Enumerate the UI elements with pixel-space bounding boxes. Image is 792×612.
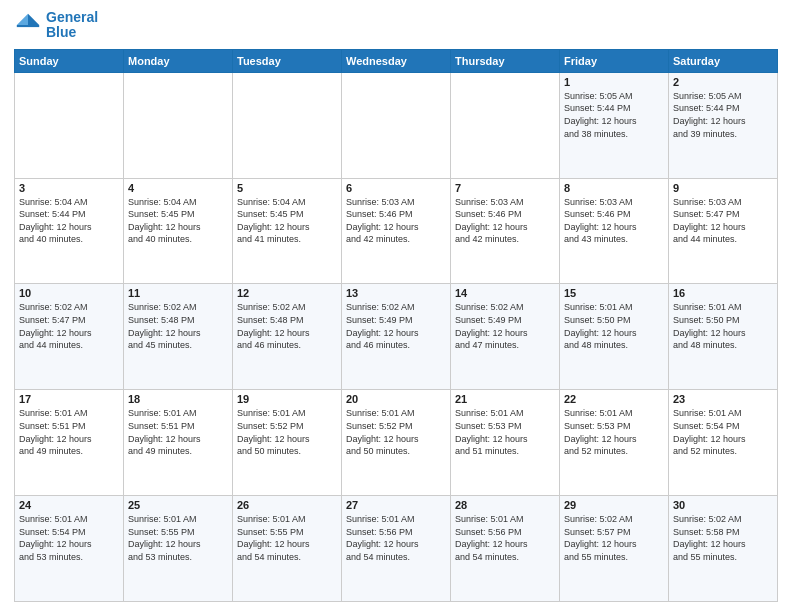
day-cell: 19Sunrise: 5:01 AMSunset: 5:52 PMDayligh… — [233, 390, 342, 496]
day-number: 19 — [237, 393, 337, 405]
day-number: 10 — [19, 287, 119, 299]
calendar-table: SundayMondayTuesdayWednesdayThursdayFrid… — [14, 49, 778, 602]
calendar-header-row: SundayMondayTuesdayWednesdayThursdayFrid… — [15, 49, 778, 72]
day-info: Sunrise: 5:01 AMSunset: 5:55 PMDaylight:… — [128, 513, 228, 563]
day-info: Sunrise: 5:02 AMSunset: 5:47 PMDaylight:… — [19, 301, 119, 351]
day-cell: 23Sunrise: 5:01 AMSunset: 5:54 PMDayligh… — [669, 390, 778, 496]
day-number: 13 — [346, 287, 446, 299]
day-cell: 11Sunrise: 5:02 AMSunset: 5:48 PMDayligh… — [124, 284, 233, 390]
week-row-4: 17Sunrise: 5:01 AMSunset: 5:51 PMDayligh… — [15, 390, 778, 496]
week-row-3: 10Sunrise: 5:02 AMSunset: 5:47 PMDayligh… — [15, 284, 778, 390]
day-number: 22 — [564, 393, 664, 405]
day-number: 16 — [673, 287, 773, 299]
day-cell — [342, 72, 451, 178]
day-number: 17 — [19, 393, 119, 405]
header: General Blue — [14, 10, 778, 41]
day-cell: 7Sunrise: 5:03 AMSunset: 5:46 PMDaylight… — [451, 178, 560, 284]
day-info: Sunrise: 5:01 AMSunset: 5:54 PMDaylight:… — [673, 407, 773, 457]
day-cell: 30Sunrise: 5:02 AMSunset: 5:58 PMDayligh… — [669, 496, 778, 602]
day-cell: 8Sunrise: 5:03 AMSunset: 5:46 PMDaylight… — [560, 178, 669, 284]
day-info: Sunrise: 5:03 AMSunset: 5:46 PMDaylight:… — [455, 196, 555, 246]
day-number: 8 — [564, 182, 664, 194]
day-cell — [15, 72, 124, 178]
day-info: Sunrise: 5:04 AMSunset: 5:45 PMDaylight:… — [128, 196, 228, 246]
col-header-wednesday: Wednesday — [342, 49, 451, 72]
day-number: 12 — [237, 287, 337, 299]
day-number: 4 — [128, 182, 228, 194]
week-row-2: 3Sunrise: 5:04 AMSunset: 5:44 PMDaylight… — [15, 178, 778, 284]
day-info: Sunrise: 5:01 AMSunset: 5:52 PMDaylight:… — [346, 407, 446, 457]
logo: General Blue — [14, 10, 98, 41]
logo-text: General Blue — [46, 10, 98, 41]
day-number: 29 — [564, 499, 664, 511]
day-number: 15 — [564, 287, 664, 299]
page: General Blue SundayMondayTuesdayWednesda… — [0, 0, 792, 612]
day-info: Sunrise: 5:02 AMSunset: 5:49 PMDaylight:… — [346, 301, 446, 351]
day-number: 3 — [19, 182, 119, 194]
day-number: 11 — [128, 287, 228, 299]
day-cell: 24Sunrise: 5:01 AMSunset: 5:54 PMDayligh… — [15, 496, 124, 602]
day-info: Sunrise: 5:01 AMSunset: 5:53 PMDaylight:… — [455, 407, 555, 457]
day-cell: 22Sunrise: 5:01 AMSunset: 5:53 PMDayligh… — [560, 390, 669, 496]
logo-icon — [14, 11, 42, 39]
col-header-monday: Monday — [124, 49, 233, 72]
day-cell: 27Sunrise: 5:01 AMSunset: 5:56 PMDayligh… — [342, 496, 451, 602]
day-cell — [124, 72, 233, 178]
day-info: Sunrise: 5:03 AMSunset: 5:47 PMDaylight:… — [673, 196, 773, 246]
day-cell: 1Sunrise: 5:05 AMSunset: 5:44 PMDaylight… — [560, 72, 669, 178]
day-number: 23 — [673, 393, 773, 405]
day-cell: 5Sunrise: 5:04 AMSunset: 5:45 PMDaylight… — [233, 178, 342, 284]
day-info: Sunrise: 5:01 AMSunset: 5:56 PMDaylight:… — [346, 513, 446, 563]
col-header-saturday: Saturday — [669, 49, 778, 72]
day-cell — [233, 72, 342, 178]
day-cell: 20Sunrise: 5:01 AMSunset: 5:52 PMDayligh… — [342, 390, 451, 496]
day-number: 26 — [237, 499, 337, 511]
day-number: 2 — [673, 76, 773, 88]
day-number: 20 — [346, 393, 446, 405]
day-cell: 29Sunrise: 5:02 AMSunset: 5:57 PMDayligh… — [560, 496, 669, 602]
day-info: Sunrise: 5:04 AMSunset: 5:44 PMDaylight:… — [19, 196, 119, 246]
week-row-1: 1Sunrise: 5:05 AMSunset: 5:44 PMDaylight… — [15, 72, 778, 178]
day-info: Sunrise: 5:03 AMSunset: 5:46 PMDaylight:… — [346, 196, 446, 246]
day-info: Sunrise: 5:01 AMSunset: 5:51 PMDaylight:… — [128, 407, 228, 457]
day-cell — [451, 72, 560, 178]
day-info: Sunrise: 5:02 AMSunset: 5:48 PMDaylight:… — [237, 301, 337, 351]
svg-marker-0 — [28, 14, 39, 25]
day-number: 28 — [455, 499, 555, 511]
day-info: Sunrise: 5:05 AMSunset: 5:44 PMDaylight:… — [564, 90, 664, 140]
day-cell: 9Sunrise: 5:03 AMSunset: 5:47 PMDaylight… — [669, 178, 778, 284]
day-info: Sunrise: 5:01 AMSunset: 5:53 PMDaylight:… — [564, 407, 664, 457]
day-number: 18 — [128, 393, 228, 405]
day-number: 27 — [346, 499, 446, 511]
logo-blue: Blue — [46, 25, 98, 40]
day-number: 1 — [564, 76, 664, 88]
day-info: Sunrise: 5:03 AMSunset: 5:46 PMDaylight:… — [564, 196, 664, 246]
day-info: Sunrise: 5:02 AMSunset: 5:48 PMDaylight:… — [128, 301, 228, 351]
day-number: 14 — [455, 287, 555, 299]
day-number: 5 — [237, 182, 337, 194]
day-info: Sunrise: 5:01 AMSunset: 5:56 PMDaylight:… — [455, 513, 555, 563]
day-info: Sunrise: 5:04 AMSunset: 5:45 PMDaylight:… — [237, 196, 337, 246]
day-info: Sunrise: 5:01 AMSunset: 5:50 PMDaylight:… — [673, 301, 773, 351]
day-info: Sunrise: 5:01 AMSunset: 5:50 PMDaylight:… — [564, 301, 664, 351]
day-number: 9 — [673, 182, 773, 194]
svg-marker-1 — [17, 14, 28, 25]
week-row-5: 24Sunrise: 5:01 AMSunset: 5:54 PMDayligh… — [15, 496, 778, 602]
day-info: Sunrise: 5:01 AMSunset: 5:51 PMDaylight:… — [19, 407, 119, 457]
day-cell: 25Sunrise: 5:01 AMSunset: 5:55 PMDayligh… — [124, 496, 233, 602]
svg-rect-2 — [17, 25, 39, 27]
day-cell: 2Sunrise: 5:05 AMSunset: 5:44 PMDaylight… — [669, 72, 778, 178]
day-cell: 21Sunrise: 5:01 AMSunset: 5:53 PMDayligh… — [451, 390, 560, 496]
day-info: Sunrise: 5:02 AMSunset: 5:49 PMDaylight:… — [455, 301, 555, 351]
day-cell: 18Sunrise: 5:01 AMSunset: 5:51 PMDayligh… — [124, 390, 233, 496]
day-cell: 12Sunrise: 5:02 AMSunset: 5:48 PMDayligh… — [233, 284, 342, 390]
day-info: Sunrise: 5:02 AMSunset: 5:57 PMDaylight:… — [564, 513, 664, 563]
day-cell: 13Sunrise: 5:02 AMSunset: 5:49 PMDayligh… — [342, 284, 451, 390]
day-cell: 6Sunrise: 5:03 AMSunset: 5:46 PMDaylight… — [342, 178, 451, 284]
day-cell: 10Sunrise: 5:02 AMSunset: 5:47 PMDayligh… — [15, 284, 124, 390]
col-header-sunday: Sunday — [15, 49, 124, 72]
day-info: Sunrise: 5:02 AMSunset: 5:58 PMDaylight:… — [673, 513, 773, 563]
day-cell: 16Sunrise: 5:01 AMSunset: 5:50 PMDayligh… — [669, 284, 778, 390]
col-header-thursday: Thursday — [451, 49, 560, 72]
col-header-tuesday: Tuesday — [233, 49, 342, 72]
